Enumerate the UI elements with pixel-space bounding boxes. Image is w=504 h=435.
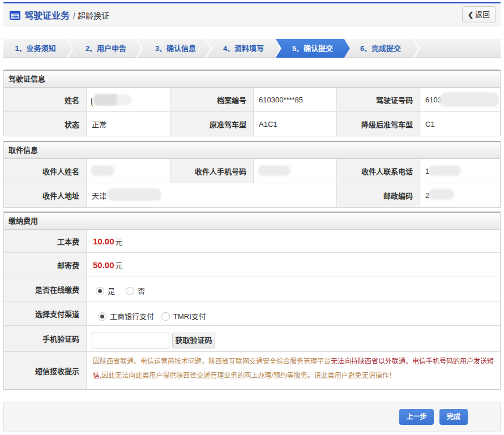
svg-text:1、业务须知: 1、业务须知 bbox=[15, 44, 55, 53]
svg-text:4、资料填写: 4、资料填写 bbox=[223, 44, 264, 53]
svg-text:2、用户申告: 2、用户申告 bbox=[86, 44, 126, 53]
svg-text:3、确认信息: 3、确认信息 bbox=[155, 44, 196, 53]
svg-text:6、完成提交: 6、完成提交 bbox=[360, 44, 401, 53]
svg-text:5、确认提交: 5、确认提交 bbox=[292, 44, 333, 53]
